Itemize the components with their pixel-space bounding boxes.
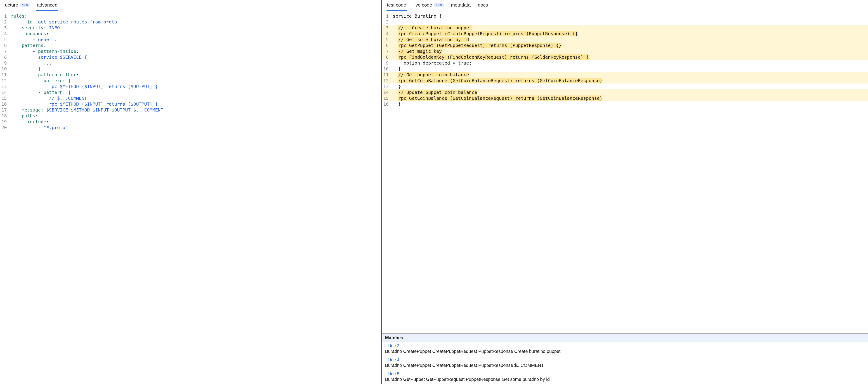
- code-content: ...: [11, 60, 381, 66]
- tab-label: docs: [478, 2, 488, 8]
- code-content: severity: INFO: [11, 25, 381, 31]
- code-line[interactable]: 16 }: [382, 101, 868, 107]
- match-item: ↑Line 3Buratino CreatePuppet CreatePuppe…: [382, 342, 868, 356]
- new-badge: NEW: [20, 3, 30, 7]
- code-content: // Get magic key: [393, 48, 868, 54]
- code-line[interactable]: 18 paths:: [0, 113, 381, 119]
- line-number: 19: [0, 119, 11, 125]
- tab-label: live code: [413, 2, 432, 8]
- code-content: }: [393, 101, 868, 107]
- code-content: service $SERVICE {: [11, 54, 381, 60]
- code-line[interactable]: 9 option deprecated = true;: [382, 60, 868, 66]
- code-line[interactable]: 2 - id: get-service-routes-from-proto: [0, 19, 381, 25]
- match-item: ↑Line 5Buratino GetPuppet GetPuppetReque…: [382, 370, 868, 384]
- left-tab-ucture[interactable]: uctureNEW: [4, 0, 30, 11]
- code-line[interactable]: 1rules:: [0, 13, 381, 19]
- code-content: }: [393, 66, 868, 72]
- code-line[interactable]: 4 languages:: [0, 31, 381, 37]
- text-cursor: [68, 126, 68, 130]
- code-line[interactable]: 6 rpc GetPuppet (GetPuppetRequest) retur…: [382, 42, 868, 48]
- code-line[interactable]: 15 // $...COMMENT: [0, 95, 381, 101]
- code-line[interactable]: 9 ...: [0, 60, 381, 66]
- code-line[interactable]: 4 rpc CreatePuppet (CreatePuppetRequest)…: [382, 31, 868, 37]
- line-number: 6: [0, 42, 11, 48]
- code-content: languages:: [11, 31, 381, 37]
- code-line[interactable]: 20 - "*.proto": [0, 125, 381, 131]
- left-tab-advanced[interactable]: advanced: [36, 0, 58, 11]
- code-line[interactable]: 8 service $SERVICE {: [0, 54, 381, 60]
- line-number: 14: [382, 90, 393, 95]
- line-number: 5: [0, 37, 11, 42]
- code-content: // $...COMMENT: [11, 95, 381, 101]
- code-line[interactable]: 7 // Get magic key: [382, 48, 868, 54]
- code-content: rpc $METHOD ($INPUT) returns ($OUTPUT) {: [11, 83, 381, 90]
- arrow-up-icon: ↑: [385, 371, 388, 376]
- code-content: rules:: [11, 13, 381, 19]
- match-line-link[interactable]: ↑Line 5: [385, 371, 865, 376]
- line-number: 15: [0, 95, 11, 101]
- code-line[interactable]: 17 message: $SERVICE $METHOD $INPUT $OUT…: [0, 107, 381, 113]
- matches-header: Matches: [382, 334, 868, 342]
- line-number: 3: [382, 25, 393, 31]
- code-content: rpc CreatePuppet (CreatePuppetRequest) r…: [393, 31, 868, 37]
- code-line[interactable]: 6 patterns:: [0, 42, 381, 48]
- code-line[interactable]: 19 include:: [0, 119, 381, 125]
- line-number: 15: [382, 95, 393, 101]
- code-line[interactable]: 2: [382, 19, 868, 25]
- line-number: 16: [382, 101, 393, 107]
- code-line[interactable]: 11 // Get puppet coin balance: [382, 72, 868, 78]
- code-line[interactable]: 15 rpc GetCoinBalance (GetCoinBalanceReq…: [382, 95, 868, 101]
- code-line[interactable]: 16 rpc $METHOD ($INPUT) returns ($OUTPUT…: [0, 101, 381, 107]
- code-line[interactable]: 11 - pattern-either:: [0, 72, 381, 78]
- right-tab-docs[interactable]: docs: [477, 0, 488, 11]
- code-content: // Get some buratino by id: [393, 37, 868, 42]
- code-content: include:: [11, 119, 381, 125]
- line-number: 16: [0, 101, 11, 107]
- rule-editor[interactable]: 1rules:2 - id: get-service-routes-from-p…: [0, 11, 381, 384]
- code-content: - "*.proto": [11, 125, 381, 131]
- code-line[interactable]: 5 // Get some buratino by id: [382, 37, 868, 42]
- code-line[interactable]: 3 // Create buratino puppet: [382, 25, 868, 31]
- code-line[interactable]: 7 - pattern-inside: |: [0, 48, 381, 54]
- match-line-link[interactable]: ↑Line 4: [385, 357, 865, 362]
- code-content: rpc $METHOD ($INPUT) returns ($OUTPUT) {: [11, 101, 381, 107]
- code-line[interactable]: 12 rpc GetCoinBalance (GetCoinBalanceReq…: [382, 78, 868, 83]
- code-line[interactable]: 1service Buratino {: [382, 13, 868, 19]
- line-number: 13: [0, 83, 11, 90]
- line-number: 4: [382, 31, 393, 37]
- line-number: 11: [382, 72, 393, 78]
- tab-label: test code: [387, 2, 406, 8]
- arrow-up-icon: ↑: [385, 357, 388, 362]
- match-item: ↑Line 4Buratino CreatePuppet CreatePuppe…: [382, 356, 868, 370]
- test-code-editor[interactable]: 1service Buratino {23 // Create buratino…: [382, 11, 868, 334]
- code-line[interactable]: 10 }: [0, 66, 381, 72]
- code-content: rpc GetCoinBalance (GetCoinBalanceReques…: [393, 78, 868, 83]
- arrow-up-icon: ↑: [385, 343, 388, 348]
- line-number: 1: [382, 13, 393, 19]
- code-content: }: [11, 66, 381, 72]
- match-text: Buratino CreatePuppet CreatePuppetReques…: [385, 362, 865, 368]
- code-content: // Get puppet coin balance: [393, 72, 868, 78]
- code-line[interactable]: 5 - generic: [0, 37, 381, 42]
- code-content: // Update puppet coin balance: [393, 90, 868, 95]
- line-number: 13: [382, 83, 393, 90]
- line-number: 8: [382, 54, 393, 60]
- line-number: 9: [382, 60, 393, 66]
- right-tab-live-code[interactable]: live codeNEW: [413, 0, 444, 11]
- code-content: }: [393, 83, 868, 90]
- code-line[interactable]: 14 // Update puppet coin balance: [382, 90, 868, 95]
- right-tabs: test codelive codeNEWmetadatadocs: [382, 0, 868, 11]
- right-tab-test-code[interactable]: test code: [386, 0, 407, 11]
- match-line-ref-text: Line 3: [388, 343, 399, 348]
- match-line-link[interactable]: ↑Line 3: [385, 343, 865, 348]
- code-line[interactable]: 10 }: [382, 66, 868, 72]
- line-number: 2: [382, 19, 393, 25]
- code-line[interactable]: 3 severity: INFO: [0, 25, 381, 31]
- line-number: 10: [382, 66, 393, 72]
- code-line[interactable]: 13 rpc $METHOD ($INPUT) returns ($OUTPUT…: [0, 83, 381, 90]
- code-line[interactable]: 8 rpc FindGoldenKey (FindGoldenKeyReques…: [382, 54, 868, 60]
- code-line[interactable]: 13 }: [382, 83, 868, 90]
- code-line[interactable]: 14 - pattern: |: [0, 90, 381, 95]
- code-line[interactable]: 12 - pattern: |: [0, 78, 381, 83]
- right-tab-metadata[interactable]: metadata: [451, 0, 471, 11]
